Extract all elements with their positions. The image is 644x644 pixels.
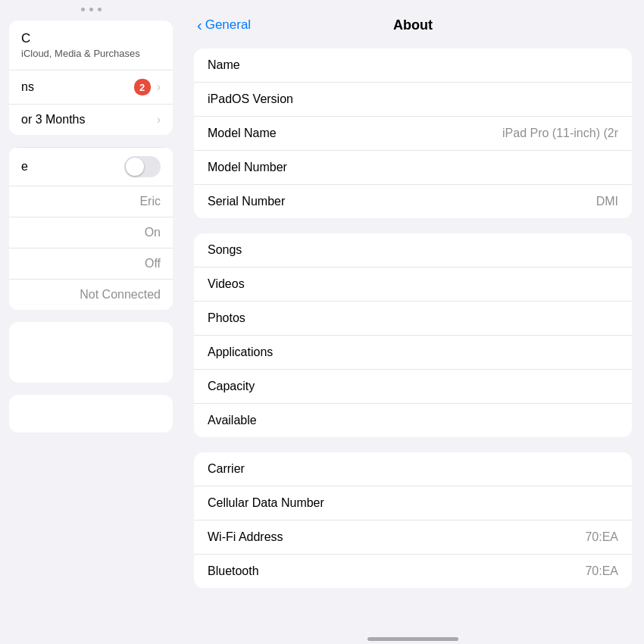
sidebar-not-connected-row: Not Connected (9, 279, 173, 310)
row-label: Serial Number (208, 195, 285, 208)
dot3 (98, 8, 102, 11)
row-value: DMI (596, 195, 618, 208)
on-value: On (145, 226, 161, 239)
free-label: or 3 Months (21, 113, 85, 127)
settings-row: Wi-Fi Address70:EA (194, 521, 632, 555)
settings-row: Name (194, 48, 632, 83)
main-content: NameiPadOS VersionModel NameiPad Pro (11… (182, 48, 644, 638)
settings-row: Model Number (194, 151, 632, 185)
row-label: Photos (208, 311, 245, 325)
row-value: 70:EA (585, 564, 618, 578)
settings-row: Serial NumberDMI (194, 185, 632, 218)
toggle-switch[interactable] (124, 156, 161, 177)
back-label: General (205, 17, 251, 33)
sidebar-settings-section: e Eric On Off Not Connected (9, 147, 173, 310)
sidebar-notifications-row[interactable]: ns 2 › (9, 70, 173, 104)
sidebar: C iCloud, Media & Purchases ns 2 › or 3 … (0, 0, 182, 644)
row-label: Model Number (208, 161, 287, 174)
chevron-icon: › (157, 80, 161, 94)
row-label: Carrier (208, 462, 245, 476)
row-value: iPad Pro (11-inch) (2r (502, 127, 618, 140)
dot2 (89, 8, 93, 11)
main-header: ‹ General About (182, 0, 644, 48)
profile-name: C (21, 31, 161, 46)
sidebar-toggle-row[interactable]: e (9, 147, 173, 186)
chevron-icon2: › (157, 113, 161, 127)
sidebar-dots (0, 0, 182, 14)
row-label: Name (208, 58, 240, 72)
about-group2: SongsVideosPhotosApplicationsCapacityAva… (194, 233, 632, 437)
settings-row: Carrier (194, 452, 632, 486)
settings-row: Capacity (194, 370, 632, 404)
settings-row: Available (194, 404, 632, 437)
sidebar-profile-section: C iCloud, Media & Purchases ns 2 › or 3 … (9, 20, 173, 135)
row-label: Videos (208, 277, 245, 291)
settings-row: Photos (194, 302, 632, 336)
dot1 (81, 8, 85, 11)
settings-row: Bluetooth70:EA (194, 555, 632, 588)
settings-row: Videos (194, 267, 632, 302)
main-panel: ‹ General About NameiPadOS VersionModel … (182, 0, 644, 644)
sidebar-profile[interactable]: C iCloud, Media & Purchases (9, 20, 173, 70)
row-label: Available (208, 414, 257, 427)
bottom-bar (182, 638, 644, 644)
not-connected-value: Not Connected (80, 288, 161, 302)
row-label: Bluetooth (208, 564, 259, 578)
sidebar-empty1 (9, 322, 173, 383)
settings-row: Songs (194, 233, 632, 267)
sidebar-off-row: Off (9, 248, 173, 279)
settings-row: iPadOS Version (194, 83, 632, 117)
back-chevron-icon: ‹ (197, 17, 202, 33)
row-value: 70:EA (585, 530, 618, 544)
row-label: iPadOS Version (208, 92, 293, 106)
toggle-thumb (126, 158, 144, 176)
row-label: Cellular Data Number (208, 496, 324, 510)
settings-row: Model NameiPad Pro (11-inch) (2r (194, 117, 632, 151)
row-label: Songs (208, 243, 242, 257)
back-button[interactable]: ‹ General (197, 17, 251, 33)
sidebar-free-row[interactable]: or 3 Months › (9, 104, 173, 135)
notifications-label: ns (21, 80, 34, 94)
profile-subtitle: iCloud, Media & Purchases (21, 48, 161, 59)
name-value: Eric (139, 195, 161, 208)
row-label: Capacity (208, 380, 255, 393)
row-label: Wi-Fi Address (208, 530, 283, 544)
settings-row: Cellular Data Number (194, 486, 632, 521)
row-label: Model Name (208, 127, 277, 140)
about-group1: NameiPadOS VersionModel NameiPad Pro (11… (194, 48, 632, 218)
page-title: About (393, 17, 433, 33)
toggle-label: e (21, 160, 28, 174)
notifications-badge: 2 (134, 79, 151, 95)
settings-row: Applications (194, 336, 632, 370)
sidebar-on-row: On (9, 217, 173, 248)
row-label: Applications (208, 345, 273, 359)
sidebar-empty2 (9, 395, 173, 433)
sidebar-name-row: Eric (9, 186, 173, 217)
off-value: Off (145, 257, 161, 270)
home-indicator (367, 637, 458, 641)
about-group3: CarrierCellular Data NumberWi-Fi Address… (194, 452, 632, 588)
